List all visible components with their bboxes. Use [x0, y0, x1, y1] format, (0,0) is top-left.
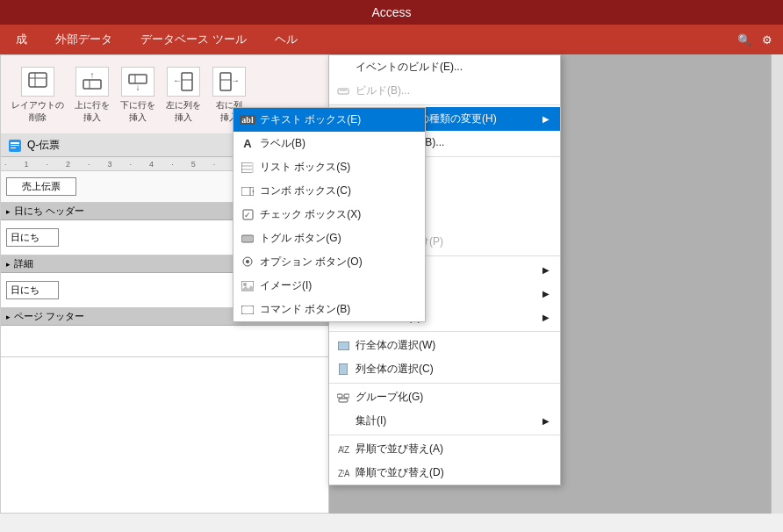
svg-rect-32 [344, 394, 349, 398]
menu-label-sort-desc: 降順で並び替え(D) [356, 465, 444, 480]
separator-6 [329, 435, 560, 435]
svg-rect-16 [11, 142, 19, 144]
field-hinichi-label[interactable]: 日にち [6, 228, 59, 247]
submenu-arrow-control: ▶ [542, 114, 550, 124]
svg-text:▼: ▼ [251, 189, 254, 195]
menu-item-event-build[interactable]: イベントのビルド(E)... [329, 55, 560, 79]
menu-item-select-row[interactable]: 行全体の選択(W) [329, 334, 560, 357]
svg-text:→: → [231, 75, 240, 85]
ribbon-item-db-tools[interactable]: データベース ツール [135, 28, 252, 51]
menu-label-select-row: 行全体の選択(W) [356, 338, 435, 353]
svg-rect-30 [339, 363, 348, 375]
submenu-label-command: コマンド ボタン(B) [260, 302, 350, 317]
insert-col-right-button[interactable]: → [212, 67, 246, 97]
command-icon [239, 306, 256, 314]
scrollbar-right[interactable] [771, 54, 783, 514]
submenu-label-toggle: トグル ボタン(G) [260, 231, 341, 246]
section-label-footer: ページ フッター [14, 310, 84, 323]
submenu-arrow-aggregate: ▶ [542, 416, 550, 426]
svg-rect-17 [11, 145, 19, 146]
svg-rect-3 [83, 80, 101, 89]
sort-desc-icon: ZA↓ [334, 468, 352, 478]
submenu-item-command[interactable]: コマンド ボタン(B) [233, 298, 425, 321]
listbox-icon [239, 162, 256, 173]
sort-asc-icon: AZ↑ [334, 444, 352, 455]
menu-item-select-col[interactable]: 列全体の選択(C) [329, 357, 560, 381]
title-bar: Access [0, 0, 783, 25]
menu-label-build: ビルド(B)... [356, 83, 410, 98]
submenu-item-checkbox[interactable]: ✓ チェック ボックス(X) [233, 203, 425, 226]
submenu-arrow-merge: ▶ [542, 289, 550, 298]
toggle-icon [239, 234, 256, 243]
menu-item-sort-desc[interactable]: ZA↓ 降順で並び替え(D) [329, 461, 560, 485]
form-title: Q-伝票 [27, 138, 60, 153]
layout-delete-button[interactable] [21, 67, 54, 97]
svg-rect-9 [182, 73, 192, 90]
ribbon-icon-settings[interactable]: ⚙ [762, 33, 772, 47]
menu-item-build[interactable]: ビルド(B)... [329, 79, 560, 103]
tool-group-row-below: ↓ 下に行を挿入 [117, 62, 159, 127]
submenu-item-label[interactable]: A ラベル(B) [233, 132, 425, 155]
option-icon [239, 256, 256, 268]
menu-label-group: グループ化(G) [356, 390, 423, 405]
ribbon-item-external[interactable]: 外部データ [50, 28, 118, 51]
svg-point-52 [246, 260, 249, 263]
select-col-icon [334, 363, 352, 375]
svg-text:←: ← [173, 75, 182, 85]
menu-item-group[interactable]: グループ化(G) [329, 385, 560, 409]
ribbon: 成 外部データ データベース ツール ヘル 🔍 ⚙ [0, 25, 783, 54]
app-title: Access [371, 5, 411, 19]
insert-row-above-button[interactable]: ↑ [75, 67, 109, 97]
svg-rect-49 [241, 235, 254, 242]
svg-rect-0 [29, 73, 47, 87]
layout-delete-label: レイアウトの削除 [11, 99, 64, 124]
submenu-arrow-layout: ▶ [542, 313, 550, 322]
svg-rect-29 [338, 341, 349, 350]
svg-rect-12 [220, 73, 231, 90]
checkbox-icon: ✓ [239, 209, 256, 220]
submenu-item-option[interactable]: オプション ボタン(O) [233, 250, 425, 274]
menu-label-event-build: イベントのビルド(E)... [356, 60, 463, 75]
svg-rect-18 [11, 147, 16, 148]
svg-text:✓: ✓ [244, 211, 251, 219]
insert-row-below-button[interactable]: ↓ [121, 67, 154, 97]
submenu-item-listbox[interactable]: リスト ボックス(S) [233, 155, 425, 179]
submenu-item-image[interactable]: イメージ(I) [233, 274, 425, 298]
insert-row-above-label: 上に行を挿入 [75, 99, 110, 124]
menu-item-aggregate[interactable]: 集計(I) ▶ [329, 409, 560, 433]
form-icon [8, 139, 22, 153]
ribbon-item-sei[interactable]: 成 [11, 28, 32, 51]
label-icon: A [239, 137, 256, 150]
svg-text:↑: ↑ [341, 444, 345, 452]
menu-item-sort-asc[interactable]: AZ↑ 昇順で並び替え(A) [329, 437, 560, 461]
ribbon-item-help[interactable]: ヘル [269, 28, 303, 51]
svg-point-54 [243, 283, 247, 286]
ribbon-icon-search[interactable]: 🔍 [737, 33, 751, 47]
insert-row-below-label: 下に行を挿入 [120, 99, 155, 124]
content-area: レイアウトの削除 ↑ 上に行を挿入 ↓ 下に行を挿入 ← 左に列を挿入 [0, 54, 783, 514]
svg-rect-19 [338, 89, 348, 94]
svg-rect-31 [337, 394, 342, 398]
submenu-label-image: イメージ(I) [260, 278, 312, 293]
submenu-item-textbox[interactable]: abl テキスト ボックス(E) [233, 108, 425, 132]
image-icon [239, 281, 256, 291]
menu-label-select-col: 列全体の選択(C) [356, 362, 434, 377]
section-body-footer [1, 326, 328, 357]
submenu-control-type: abl テキスト ボックス(E) A ラベル(B) リスト ボックス(S) ▼ … [233, 107, 426, 322]
select-row-icon [334, 341, 352, 350]
tool-group-col-left: ← 左に列を挿入 [162, 62, 205, 127]
submenu-item-combobox[interactable]: ▼ コンボ ボックス(C) [233, 179, 425, 203]
submenu-label-textbox: テキスト ボックス(E) [260, 112, 361, 127]
submenu-label-checkbox: チェック ボックス(X) [260, 207, 361, 222]
field-uriage[interactable]: 売上伝票 [6, 177, 76, 196]
section-label-detail: 詳細 [14, 257, 33, 270]
submenu-label-listbox: リスト ボックス(S) [260, 160, 350, 175]
insert-col-left-button[interactable]: ← [167, 67, 200, 97]
field-hinichi-detail[interactable]: 日にち [6, 281, 59, 299]
svg-rect-33 [339, 399, 348, 402]
submenu-item-toggle[interactable]: トグル ボタン(G) [233, 226, 425, 250]
separator-5 [329, 383, 560, 384]
section-label-hinichi: 日にち ヘッダー [14, 205, 84, 218]
submenu-label-label: ラベル(B) [260, 136, 305, 151]
svg-rect-43 [252, 162, 254, 173]
